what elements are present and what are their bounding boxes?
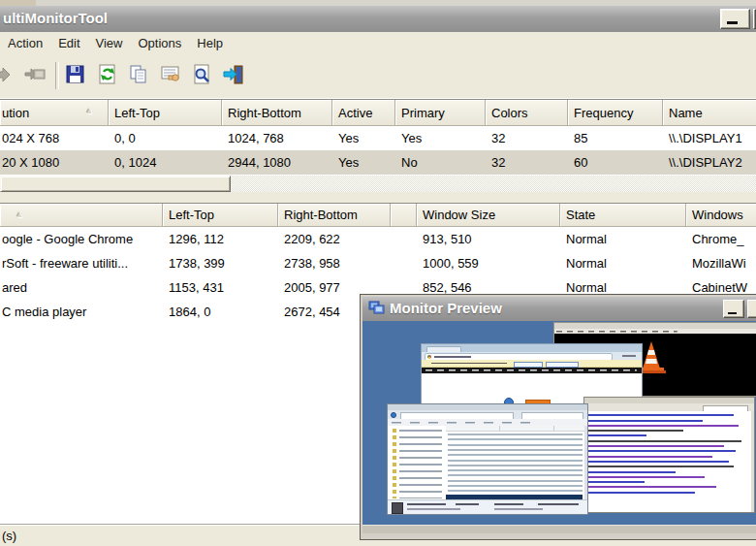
preview-titlebar[interactable]: Monitor Preview — [362, 297, 756, 321]
menu-item-action[interactable]: Action — [0, 32, 50, 50]
column-header-right-bottom[interactable]: Right-Bottom — [278, 204, 391, 227]
column-header-name[interactable]: Name — [663, 100, 756, 126]
preview-window-title: Monitor Preview — [390, 300, 502, 316]
preview-explorer-toolbar — [388, 419, 587, 426]
monitors-list-body: 024 X 7680, 01024, 768YesYes3285\\.\DISP… — [0, 126, 756, 175]
preview-infobar-button2 — [546, 362, 579, 368]
table-row[interactable]: rSoft - freeware utiliti...1738, 3992738… — [0, 251, 756, 275]
refresh-button[interactable] — [96, 63, 119, 88]
preview-explorer-window — [387, 403, 588, 515]
column-header-primary[interactable]: Primary — [395, 100, 486, 126]
move-window-button-disabled — [0, 63, 15, 88]
preview-file-icon — [392, 502, 403, 514]
menu-item-view[interactable]: View — [88, 32, 131, 50]
properties-button[interactable] — [159, 63, 182, 88]
properties-icon — [159, 63, 182, 86]
save-icon — [64, 63, 87, 86]
move-window-to-monitor-button-disabled — [23, 63, 47, 88]
preview-desktop — [362, 321, 756, 533]
preview-minimize-icon — [728, 312, 737, 314]
column-header-colors[interactable]: Colors — [486, 100, 568, 126]
preview-folder-tree — [388, 426, 446, 500]
preview-minimize-button[interactable] — [723, 300, 744, 318]
column-header-ution[interactable]: ution▲ — [0, 100, 109, 126]
column-header-left-top[interactable]: Left-Top — [109, 100, 222, 126]
preview-firefox-toolbar — [584, 403, 754, 411]
monitors-list-header: ution▲Left-TopRight-BottomActivePrimaryC… — [0, 100, 756, 126]
column-header-left-top[interactable]: Left-Top — [163, 204, 278, 227]
table-row[interactable]: 20 X 10800, 10242944, 1080YesNo3260\\.\D… — [0, 150, 756, 175]
menu-item-help[interactable]: Help — [189, 32, 231, 50]
folder-icons — [393, 429, 396, 498]
monitor-preview-window: Monitor Preview — [360, 294, 756, 540]
menu-item-options[interactable]: Options — [131, 32, 190, 50]
dual-monitor-icon — [368, 301, 386, 320]
column-header-active[interactable]: Active — [332, 100, 395, 126]
minimize-icon — [727, 21, 738, 24]
refresh-icon — [96, 63, 119, 86]
copy-icon — [127, 63, 150, 86]
exit-button[interactable] — [222, 63, 245, 88]
monitors-list: ution▲Left-TopRight-BottomActivePrimaryC… — [0, 99, 756, 192]
main-titlebar[interactable]: ultiMonitorTool — [0, 6, 756, 32]
find-button[interactable] — [191, 63, 214, 88]
column-header-windows[interactable]: Windows — [686, 204, 756, 227]
preview-file-list — [446, 426, 584, 500]
preview-back-button — [391, 412, 396, 418]
preview-maximize-button[interactable] — [747, 300, 756, 318]
column-header-right-bottom[interactable]: Right-Bottom — [222, 100, 332, 126]
preview-firefox-window — [583, 397, 755, 513]
scrollbar-thumb[interactable] — [0, 176, 231, 192]
multimonitortool-window: ultiMonitorTool ActionEditViewOptionsHel… — [0, 0, 756, 546]
sort-ascending-icon: ▲ — [16, 210, 23, 219]
preview-taskbar — [362, 525, 756, 533]
preview-google-navbar — [422, 368, 642, 373]
preview-explorer-scrollbar — [584, 426, 587, 500]
toolbar — [0, 56, 756, 99]
minimize-button[interactable] — [720, 9, 750, 29]
preview-chrome-infobar — [422, 360, 642, 368]
folder-labels — [399, 430, 442, 498]
column-header-blank[interactable]: ▲ — [0, 204, 163, 227]
windows-list-header: ▲Left-TopRight-BottomWindow SizeStateWin… — [0, 204, 756, 227]
menu-item-edit[interactable]: Edit — [50, 32, 87, 50]
preview-details-pane — [388, 499, 587, 514]
preview-file-list-header — [446, 426, 584, 432]
menu-bar: ActionEditViewOptionsHelp — [0, 32, 756, 56]
column-header-window-size[interactable]: Window Size — [417, 204, 560, 227]
copy-button[interactable] — [127, 63, 150, 88]
sort-ascending-icon: ▲ — [85, 107, 93, 115]
column-header-frequency[interactable]: Frequency — [568, 100, 663, 126]
status-text: (s) — [2, 529, 16, 543]
save-button[interactable] — [64, 63, 87, 88]
preview-nirsoft-page — [584, 411, 751, 512]
preview-file-rows — [448, 434, 583, 500]
preview-chrome-frame — [422, 344, 642, 352]
preview-firefox-scrollbar — [751, 411, 754, 512]
preview-vlc-menubar — [554, 329, 756, 334]
horizontal-scrollbar[interactable] — [0, 176, 756, 192]
toolbar-separator — [55, 62, 59, 89]
chrome-logo-icon — [427, 355, 431, 359]
preview-infobar-button — [514, 362, 543, 368]
table-row[interactable]: oogle - Google Chrome1296, 1122209, 6229… — [0, 227, 756, 251]
column-header-state[interactable]: State — [560, 204, 686, 227]
window-title: ultiMonitorTool — [3, 10, 108, 26]
preview-chrome-addressbar — [422, 352, 642, 360]
column-header-blank[interactable] — [391, 204, 417, 227]
preview-explorer-addressbar — [388, 410, 587, 419]
table-row[interactable]: 024 X 7680, 01024, 768YesYes3285\\.\DISP… — [0, 126, 756, 150]
find-icon — [191, 63, 214, 86]
exit-icon — [222, 63, 245, 86]
